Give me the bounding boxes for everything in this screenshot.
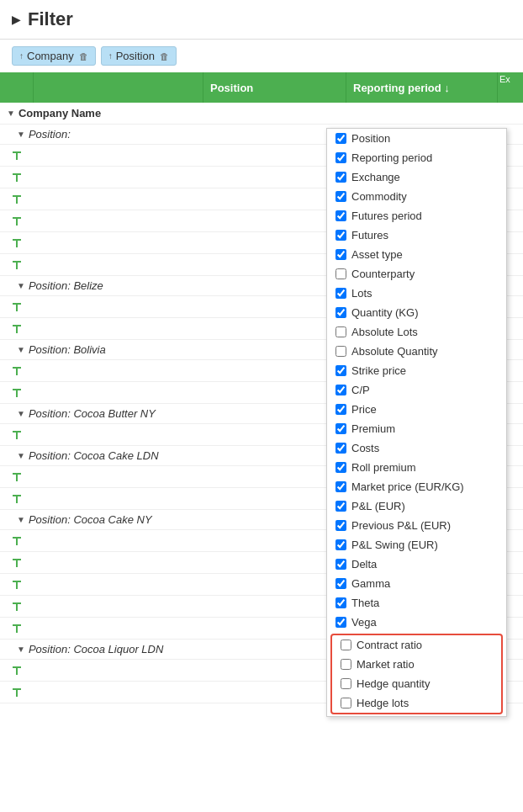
row-icon	[0, 664, 34, 677]
checkbox-quantity-kg[interactable]	[335, 307, 346, 318]
t-icon	[10, 236, 24, 250]
dropdown-item-counterparty[interactable]: Counterparty	[327, 264, 506, 284]
bolivia-expand-icon: ▼	[17, 345, 25, 354]
checkbox-pl-swing[interactable]	[335, 539, 346, 550]
position-col-label: Position	[210, 82, 253, 94]
belize-expand-icon: ▼	[17, 281, 25, 290]
checkbox-delta[interactable]	[335, 559, 346, 570]
checkbox-futures-period[interactable]	[335, 210, 346, 221]
dropdown-label-commodity: Commodity	[351, 190, 407, 203]
t-icon	[10, 428, 24, 442]
dropdown-item-lots[interactable]: Lots	[327, 284, 506, 303]
checkbox-counterparty[interactable]	[335, 268, 346, 279]
dropdown-item-hedge-lots[interactable]: Hedge lots	[332, 693, 501, 713]
dropdown-label-pl-swing: P&L Swing (EUR)	[351, 539, 438, 551]
checkbox-strike-price[interactable]	[335, 365, 346, 376]
dropdown-item-position[interactable]: Position	[327, 129, 506, 148]
th-reporting[interactable]: Reporting period ↓	[346, 72, 498, 103]
filter-expand-icon[interactable]: ▶	[12, 13, 21, 26]
dropdown-item-vega[interactable]: Vega	[327, 613, 506, 632]
checkbox-hedge-quantity[interactable]	[341, 678, 351, 689]
dropdown-item-gamma[interactable]: Gamma	[327, 574, 506, 593]
checkbox-roll-premium[interactable]	[335, 462, 346, 473]
dropdown-label-absolute-quantity: Absolute Quantity	[351, 345, 438, 358]
checkbox-cp[interactable]	[335, 385, 346, 395]
company-chip[interactable]: ↑ Company 🗑	[12, 46, 96, 66]
dropdown-item-theta[interactable]: Theta	[327, 593, 506, 613]
dropdown-item-absolute-quantity[interactable]: Absolute Quantity	[327, 342, 506, 361]
company-chip-remove[interactable]: 🗑	[79, 51, 88, 61]
dropdown-item-roll-premium[interactable]: Roll premium	[327, 458, 506, 477]
checkbox-exchange[interactable]	[335, 172, 346, 183]
t-icon	[10, 149, 24, 162]
company-name-label: Company Name	[18, 107, 101, 119]
dropdown-item-quantity-kg[interactable]: Quantity (KG)	[327, 303, 506, 322]
checkbox-premium[interactable]	[335, 423, 346, 434]
dropdown-label-pl-eur: P&L (EUR)	[351, 500, 405, 512]
position-chip-remove[interactable]: 🗑	[160, 51, 169, 61]
dropdown-item-reporting-period[interactable]: Reporting period	[327, 148, 506, 167]
checkbox-absolute-lots[interactable]	[335, 326, 346, 337]
dropdown-label-hedge-lots: Hedge lots	[357, 697, 409, 709]
dropdown-label-asset-type: Asset type	[351, 248, 403, 261]
dropdown-item-asset-type[interactable]: Asset type	[327, 245, 506, 264]
checkbox-futures[interactable]	[335, 230, 346, 241]
t-icon	[10, 300, 24, 314]
position-chip[interactable]: ↑ Position 🗑	[101, 46, 177, 66]
dropdown-item-futures-period[interactable]: Futures period	[327, 206, 506, 226]
checkbox-vega[interactable]	[335, 617, 346, 628]
checkbox-market-ratio[interactable]	[341, 659, 351, 670]
checkbox-previous-pl[interactable]	[335, 520, 346, 531]
dropdown-item-price[interactable]: Price	[327, 400, 506, 419]
t-icon	[10, 322, 24, 336]
dropdown-item-cp[interactable]: C/P	[327, 380, 506, 400]
row-icon	[0, 470, 34, 484]
dropdown-item-absolute-lots[interactable]: Absolute Lots	[327, 322, 506, 342]
company-chip-icon: ↑	[19, 51, 24, 61]
dropdown-label-quantity-kg: Quantity (KG)	[351, 306, 418, 319]
row-icon	[0, 578, 34, 592]
dropdown-item-pl-swing[interactable]: P&L Swing (EUR)	[327, 535, 506, 555]
checkbox-gamma[interactable]	[335, 578, 346, 589]
checkbox-lots[interactable]	[335, 288, 346, 299]
dropdown-label-hedge-quantity: Hedge quantity	[357, 677, 430, 690]
company-expand-icon: ▼	[7, 109, 15, 118]
t-icon	[10, 470, 24, 484]
row-icon	[0, 600, 34, 613]
dropdown-item-market-price[interactable]: Market price (EUR/KG)	[327, 477, 506, 496]
checkbox-asset-type[interactable]	[335, 249, 346, 260]
checkbox-reporting-period[interactable]	[335, 152, 346, 163]
column-picker-dropdown: Position Reporting period Exchange Commo…	[326, 128, 507, 717]
dropdown-item-previous-pl[interactable]: Previous P&L (EUR)	[327, 516, 506, 535]
row-icon	[0, 300, 34, 314]
checkbox-pl-eur[interactable]	[335, 501, 346, 512]
checkbox-hedge-lots[interactable]	[341, 698, 351, 709]
position-expand-icon: ▼	[17, 130, 25, 139]
dropdown-item-premium[interactable]: Premium	[327, 419, 506, 438]
checkbox-contract-ratio[interactable]	[341, 640, 351, 650]
th-position[interactable]: Position	[203, 72, 346, 103]
checkbox-commodity[interactable]	[335, 191, 346, 202]
dropdown-item-exchange[interactable]: Exchange	[327, 167, 506, 187]
dropdown-item-delta[interactable]: Delta	[327, 555, 506, 574]
checkbox-position[interactable]	[335, 133, 346, 144]
group-company-name[interactable]: ▼ Company Name	[0, 103, 523, 125]
checkbox-costs[interactable]	[335, 443, 346, 454]
dropdown-item-costs[interactable]: Costs	[327, 438, 506, 458]
cocoa-butter-expand-icon: ▼	[17, 409, 25, 418]
dropdown-item-strike-price[interactable]: Strike price	[327, 361, 506, 380]
checkbox-theta[interactable]	[335, 597, 346, 608]
dropdown-label-contract-ratio: Contract ratio	[357, 639, 422, 651]
dropdown-item-commodity[interactable]: Commodity	[327, 187, 506, 206]
dropdown-label-futures: Futures	[351, 229, 388, 241]
dropdown-item-hedge-quantity[interactable]: Hedge quantity	[332, 674, 501, 693]
checkbox-price[interactable]	[335, 404, 346, 415]
dropdown-item-market-ratio[interactable]: Market ratio	[332, 655, 501, 674]
checkbox-absolute-quantity[interactable]	[335, 346, 346, 357]
page: ▶ Filter ↑ Company 🗑 ↑ Position 🗑 Positi…	[0, 0, 523, 812]
checkbox-market-price[interactable]	[335, 481, 346, 492]
row-icon	[0, 534, 34, 548]
dropdown-item-contract-ratio[interactable]: Contract ratio	[332, 635, 501, 655]
dropdown-item-futures[interactable]: Futures	[327, 226, 506, 245]
dropdown-item-pl-eur[interactable]: P&L (EUR)	[327, 496, 506, 516]
